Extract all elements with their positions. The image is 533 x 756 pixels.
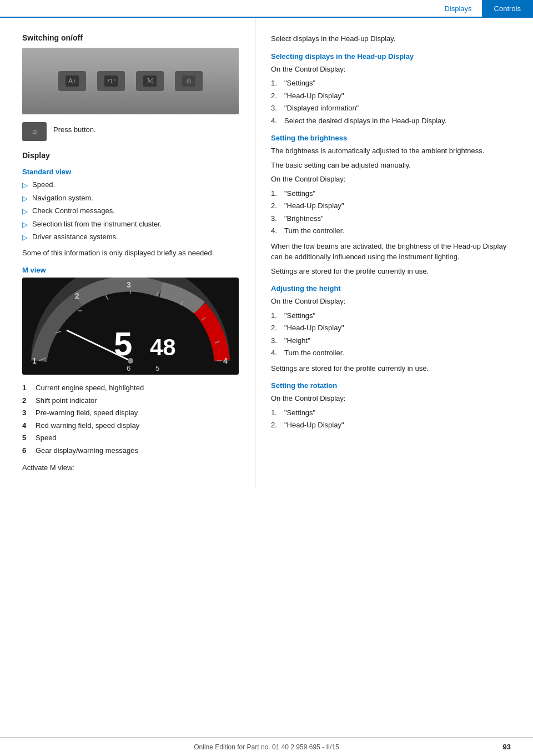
footer-page-number: 93 xyxy=(503,743,511,751)
gauge-items-list: 1 Current engine speed, highlighted 2 Sh… xyxy=(22,382,238,456)
page-content: Switching on/off A↑ 71° ℳ ⊡ xyxy=(0,18,533,488)
list-item: 1."Settings" xyxy=(271,78,516,89)
btn-icon-1: A↑ xyxy=(58,71,86,91)
standard-view-title: Standard view xyxy=(22,168,238,176)
button-image-inner: A↑ 71° ℳ ⊡ xyxy=(22,48,239,114)
gauge-num: 5 xyxy=(22,432,31,443)
brightness-text1: The brightness is automatically adjusted… xyxy=(271,145,516,157)
press-button-row: ⊡ Press button. xyxy=(22,122,238,141)
brightness-steps-list: 1."Settings" 2."Head-Up Display" 3."Brig… xyxy=(271,188,516,236)
list-item: 2."Head-Up Display" xyxy=(271,322,516,334)
selecting-displays-title: Selecting displays in the Head-up Displa… xyxy=(271,52,516,61)
list-item: 2."Head-Up Display" xyxy=(271,90,516,102)
right-column: Select displays in the Head-up Display. … xyxy=(255,18,533,488)
svg-text:2: 2 xyxy=(75,291,79,300)
list-item: 3."Brightness" xyxy=(271,213,516,224)
switching-title: Switching on/off xyxy=(22,33,238,42)
press-btn-icon: ⊡ xyxy=(22,122,47,141)
svg-text:3: 3 xyxy=(127,280,131,289)
gauge-item: 5 Speed xyxy=(22,432,238,443)
list-item: ▷Selection list from the instrument clus… xyxy=(22,219,238,230)
setting-brightness-title: Setting the brightness xyxy=(271,134,516,142)
header-bar: Displays Controls xyxy=(0,0,533,18)
svg-text:⊡: ⊡ xyxy=(32,129,37,135)
svg-text:6: 6 xyxy=(127,364,130,372)
adjusting-height-title: Adjusting the height xyxy=(271,284,516,293)
gauge-num: 3 xyxy=(22,407,31,419)
footer-text: Online Edition for Part no. 01 40 2 959 … xyxy=(194,743,339,751)
tab-displays[interactable]: Displays xyxy=(434,1,481,16)
list-item: 4.Turn the controller. xyxy=(271,225,516,236)
btn-icon-4: ⊡ xyxy=(175,71,203,91)
list-item: 4.Select the desired displays in the Hea… xyxy=(271,115,516,127)
gauge-item: 1 Current engine speed, highlighted xyxy=(22,382,238,394)
gauge-image: 1 2 3 4 5 48 6 5 xyxy=(22,278,239,375)
left-column: Switching on/off A↑ 71° ℳ ⊡ xyxy=(0,18,255,488)
svg-point-30 xyxy=(128,358,133,364)
arrow-icon: ▷ xyxy=(22,193,28,204)
list-item: 1."Settings" xyxy=(271,310,516,321)
tab-controls[interactable]: Controls xyxy=(482,0,533,17)
brightness-stored: Settings are stored for the profile curr… xyxy=(271,266,516,277)
gauge-num: 6 xyxy=(22,445,31,456)
list-item: 2."Head-Up Display" xyxy=(271,200,516,211)
on-control-display-1: On the Control Display: xyxy=(271,64,516,75)
select-displays-text: Select displays in the Head-up Display. xyxy=(271,33,516,44)
gauge-item: 2 Shift point indicator xyxy=(22,395,238,406)
m-view-title: M view xyxy=(22,266,238,274)
arrow-icon: ▷ xyxy=(22,206,28,217)
svg-text:⊡: ⊡ xyxy=(187,78,191,84)
arrow-icon: ▷ xyxy=(22,232,28,243)
gauge-item: 4 Red warning field, speed display xyxy=(22,420,238,431)
footer: Online Edition for Part no. 01 40 2 959 … xyxy=(0,737,533,756)
gauge-num: 2 xyxy=(22,395,31,406)
brightness-note: When the low beams are activated, the br… xyxy=(271,241,516,263)
list-item: ▷Check Control messages. xyxy=(22,205,238,217)
list-item: 2."Head-Up Display" xyxy=(271,420,516,431)
arrow-icon: ▷ xyxy=(22,219,28,230)
button-icons-row: A↑ 71° ℳ ⊡ xyxy=(58,71,203,91)
svg-text:71°: 71° xyxy=(107,78,116,84)
list-item: 1."Settings" xyxy=(271,407,516,419)
display-title: Display xyxy=(22,151,238,160)
gauge-num: 1 xyxy=(22,382,31,394)
rotation-on-control: On the Control Display: xyxy=(271,393,516,404)
list-item: ▷Speed. xyxy=(22,179,238,191)
brightness-on-control: On the Control Display: xyxy=(271,174,516,185)
svg-text:4: 4 xyxy=(223,356,228,365)
setting-rotation-title: Setting the rotation xyxy=(271,381,516,390)
list-item: 4.Turn the controller. xyxy=(271,347,516,359)
selecting-steps-list: 1."Settings" 2."Head-Up Display" 3."Disp… xyxy=(271,78,516,126)
gauge-num: 4 xyxy=(22,420,31,431)
list-item: 1."Settings" xyxy=(271,188,516,199)
standard-view-note: Some of this information is only display… xyxy=(22,248,238,259)
gauge-item: 3 Pre-warning field, speed display xyxy=(22,407,238,419)
svg-text:ℳ: ℳ xyxy=(147,77,154,85)
activate-m-view: Activate M view: xyxy=(22,462,238,473)
svg-text:5: 5 xyxy=(155,364,159,372)
gauge-item: 6 Gear display/warning messages xyxy=(22,445,238,456)
list-item: 3."Height" xyxy=(271,335,516,346)
standard-view-list: ▷Speed. ▷Navigation system. ▷Check Contr… xyxy=(22,179,238,243)
height-on-control: On the Control Display: xyxy=(271,296,516,307)
button-panel-image: A↑ 71° ℳ ⊡ xyxy=(22,48,239,114)
svg-text:48: 48 xyxy=(150,334,176,360)
brightness-text2: The basic setting can be adjusted manual… xyxy=(271,160,516,171)
rotation-steps-list: 1."Settings" 2."Head-Up Display" xyxy=(271,407,516,431)
height-stored: Settings are stored for the profile curr… xyxy=(271,363,516,374)
height-steps-list: 1."Settings" 2."Head-Up Display" 3."Heig… xyxy=(271,310,516,359)
svg-text:1: 1 xyxy=(32,356,37,365)
list-item: ▷Navigation system. xyxy=(22,193,238,204)
svg-text:A↑: A↑ xyxy=(68,77,76,85)
list-item: ▷Driver assistance systems. xyxy=(22,231,238,243)
list-item: 3."Displayed information" xyxy=(271,103,516,114)
btn-icon-2: 71° xyxy=(97,71,125,91)
arrow-icon: ▷ xyxy=(22,180,28,191)
btn-icon-3: ℳ xyxy=(136,71,164,91)
press-button-label: Press button. xyxy=(53,124,96,135)
